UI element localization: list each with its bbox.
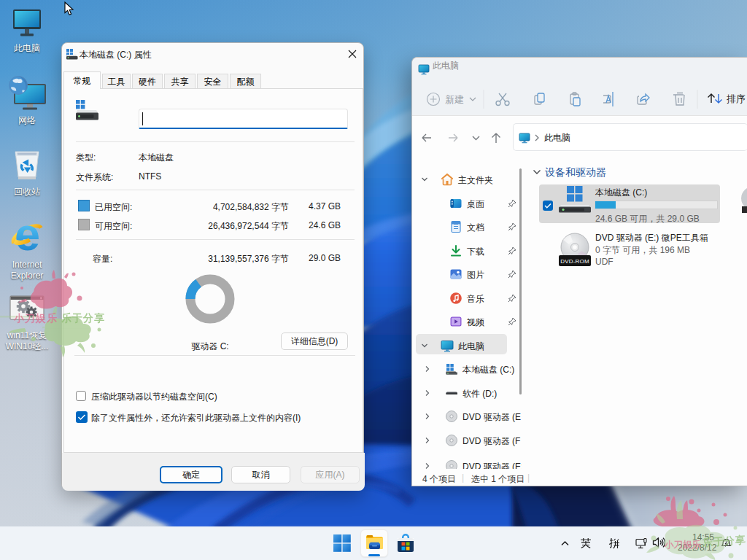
svg-text:e: e [14,219,39,253]
svg-text:新建: 新建 [445,94,464,105]
svg-text:DVD-ROM: DVD-ROM [560,258,589,265]
svg-text:排序: 排序 [727,93,746,104]
